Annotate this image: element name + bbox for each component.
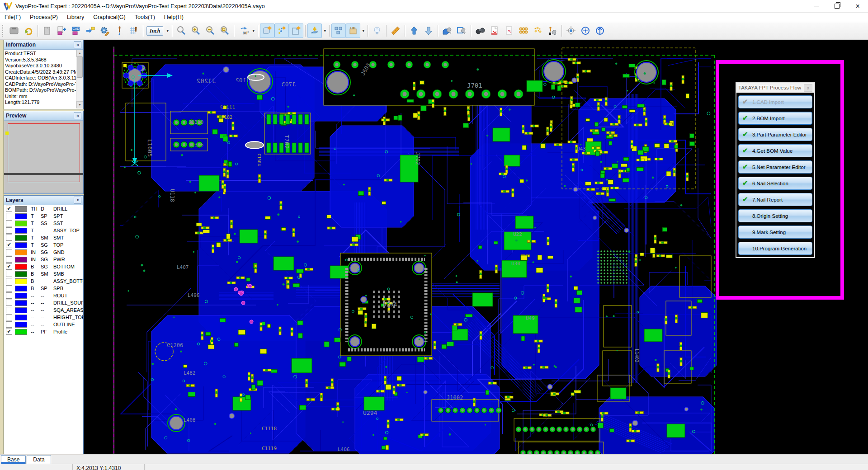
scroll-down-icon[interactable]: ▼ — [76, 101, 83, 108]
toolbar-pads-dots-button[interactable] — [531, 24, 545, 38]
toolbar-probe-tool-button[interactable] — [545, 24, 560, 38]
collapse-chevron-icon[interactable]: « — [74, 197, 81, 204]
process-flow-close-button[interactable]: x — [804, 84, 812, 92]
toolbar-ruler-measure-button[interactable] — [388, 24, 403, 38]
toolbar-bom-import-button[interactable] — [54, 24, 69, 38]
toolbar-arrow-target-button[interactable] — [593, 24, 607, 38]
close-button[interactable]: × — [847, 0, 868, 12]
dropdown-caret-icon[interactable]: ▾ — [165, 28, 170, 33]
layer-visibility-checkbox[interactable] — [6, 227, 12, 234]
layer-visibility-checkbox[interactable]: ✔ — [6, 263, 12, 270]
menu-help[interactable]: Help(H) — [160, 13, 188, 22]
toolbar-zoom-out-button[interactable] — [203, 24, 217, 38]
toolbar-component-view-button[interactable] — [331, 24, 346, 38]
flow-step-part-parameter-editor[interactable]: ✔3.Part Parameter Editor — [738, 128, 812, 141]
layer-row-top[interactable]: ✔TSGTOP — [4, 241, 83, 249]
layer-color-swatch[interactable] — [15, 322, 27, 328]
layer-color-swatch[interactable] — [15, 264, 27, 270]
toolbar-board-tools-button[interactable] — [440, 24, 454, 38]
layer-row-spb[interactable]: BSPSPB — [4, 285, 83, 292]
layer-row-drill_sour[interactable]: ----DRILL_SOUR — [4, 299, 83, 306]
layer-color-swatch[interactable] — [15, 249, 27, 255]
flow-step-nail-report[interactable]: ✔7.Nail Report — [738, 193, 812, 206]
layer-row-height_top[interactable]: ----HEIGHT_TOP — [4, 314, 83, 321]
layer-visibility-checkbox[interactable] — [6, 220, 12, 226]
minimize-button[interactable] — [806, 0, 826, 12]
menu-process[interactable]: Process(P) — [25, 13, 62, 22]
toolbar-outline-light-button[interactable] — [289, 24, 303, 38]
layer-color-swatch[interactable] — [15, 242, 27, 248]
toolbar-board-export-button[interactable] — [83, 24, 98, 38]
collapse-chevron-icon[interactable]: « — [74, 41, 81, 48]
layer-row-assy_top[interactable]: TASSY_TOP — [4, 227, 83, 234]
flow-step-bom-import[interactable]: ✔2.BOM Import — [738, 112, 812, 125]
scroll-up-icon[interactable]: ▲ — [76, 50, 83, 57]
layer-visibility-checkbox[interactable] — [6, 300, 12, 306]
layer-color-swatch[interactable] — [15, 293, 27, 299]
layer-row-bottom[interactable]: ✔BSGBOTTOM — [4, 263, 83, 270]
toolbar-highlight-bulb-button[interactable] — [370, 24, 384, 38]
layer-row-smt[interactable]: TSMSMT — [4, 234, 83, 241]
layer-color-swatch[interactable] — [15, 329, 27, 335]
layer-color-swatch[interactable] — [15, 257, 27, 263]
layer-row-outline[interactable]: ----OUTLINE — [4, 321, 83, 328]
toolbar-chip-view-button[interactable] — [346, 24, 360, 38]
layer-color-swatch[interactable] — [15, 235, 27, 241]
menu-library[interactable]: Library — [62, 13, 89, 22]
toolbar-doc-export-button[interactable] — [40, 24, 54, 38]
scrollbar-thumb[interactable] — [77, 56, 83, 78]
layer-visibility-checkbox[interactable]: ✔ — [6, 242, 12, 248]
layer-visibility-checkbox[interactable] — [6, 321, 12, 328]
toolbar-drag-handle[interactable] — [2, 25, 5, 37]
collapse-chevron-icon[interactable]: « — [74, 112, 81, 119]
layer-color-swatch[interactable] — [15, 271, 27, 277]
layer-row-pwr[interactable]: INSGPWR — [4, 256, 83, 263]
layer-visibility-checkbox[interactable] — [6, 249, 12, 255]
layer-color-swatch[interactable] — [15, 286, 27, 291]
layer-color-swatch[interactable] — [15, 228, 27, 234]
toolbar-pdf-report-light-button[interactable] — [502, 24, 516, 38]
restore-button[interactable] — [826, 0, 847, 12]
toolbar-inch-units-button[interactable]: Inch — [145, 24, 165, 38]
information-scrollbar[interactable]: ▲ ▼ — [76, 50, 83, 108]
layer-row-profile[interactable]: ✔--PFProfile — [4, 328, 83, 335]
layer-color-swatch[interactable] — [15, 206, 27, 212]
toolbar-circle-target-button[interactable] — [578, 24, 593, 38]
flow-step-nail-selection[interactable]: ✔6.Nail Selection — [738, 177, 812, 190]
toolbar-zoom-button[interactable] — [174, 24, 189, 38]
tab-base[interactable]: Base — [1, 455, 26, 464]
toolbar-board-light-button[interactable] — [260, 24, 274, 38]
toolbar-move-down-button[interactable] — [421, 24, 436, 38]
flow-step-cad-import[interactable]: ✔1.CAD Import — [738, 95, 812, 108]
layer-row-spt[interactable]: TSPSPT — [4, 212, 83, 220]
menu-graphical[interactable]: Graphical(G) — [89, 13, 130, 22]
toolbar-zoom-in-button[interactable] — [189, 24, 203, 38]
toolbar-cad-bom-button[interactable]: CAD — [69, 24, 83, 38]
layer-visibility-checkbox[interactable] — [6, 235, 12, 241]
layer-row-drill[interactable]: ✔THDDRILL — [4, 205, 83, 212]
layer-color-swatch[interactable] — [15, 300, 27, 306]
layer-visibility-checkbox[interactable] — [6, 314, 12, 320]
toolbar-save-button[interactable] — [7, 24, 21, 38]
flow-step-get-bom-value[interactable]: ✔4.Get BOM Value — [738, 144, 812, 157]
preview-canvas[interactable] — [4, 121, 83, 193]
layer-color-swatch[interactable] — [15, 213, 27, 219]
layer-row-sst[interactable]: TSSSST — [4, 220, 83, 227]
flow-step-program-generation[interactable]: 10.Program Generation — [738, 242, 812, 255]
layer-visibility-checkbox[interactable] — [6, 271, 12, 277]
toolbar-zoom-window-button[interactable] — [217, 24, 232, 38]
menu-tools[interactable]: Tools(T) — [130, 13, 160, 22]
dropdown-caret-icon[interactable]: ▾ — [251, 28, 256, 33]
layer-visibility-checkbox[interactable]: ✔ — [6, 206, 12, 212]
layer-visibility-checkbox[interactable] — [6, 285, 12, 291]
tab-data[interactable]: Data — [27, 455, 51, 464]
layer-visibility-checkbox[interactable] — [6, 278, 12, 284]
layer-visibility-checkbox[interactable]: ✔ — [6, 329, 12, 335]
layer-row-assy_bottom[interactable]: BASSY_BOTTOM — [4, 277, 83, 285]
toolbar-board-tools-alt-button[interactable] — [454, 24, 469, 38]
layer-visibility-checkbox[interactable] — [6, 213, 12, 219]
toolbar-move-up-button[interactable] — [407, 24, 421, 38]
dropdown-caret-icon[interactable]: ▾ — [361, 28, 366, 33]
layer-visibility-checkbox[interactable] — [6, 256, 12, 263]
flow-step-origin-setting[interactable]: 8.Origin Setting — [738, 209, 812, 222]
